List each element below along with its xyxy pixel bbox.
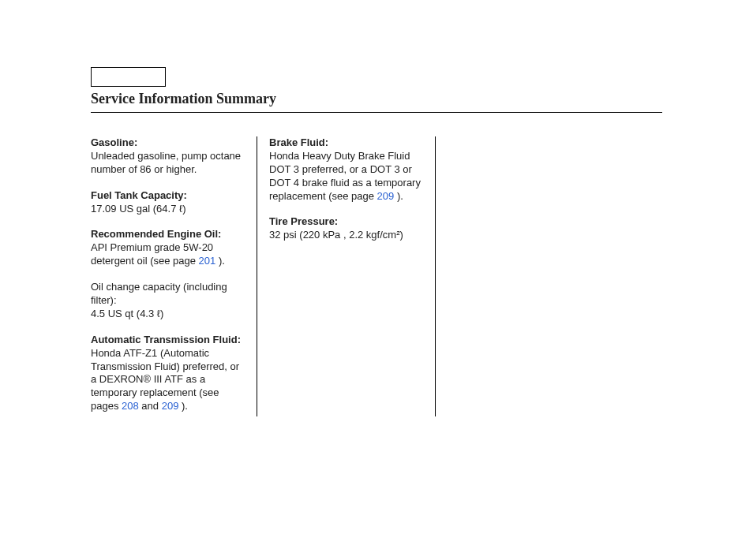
- oil-change-value: 4.5 US qt (4.3 ℓ): [91, 308, 163, 319]
- column-separator-2: [435, 136, 436, 416]
- fuel-tank-section: Fuel Tank Capacity: 17.09 US gal (64.7 ℓ…: [91, 189, 245, 216]
- tire-pressure-text: 32 psi (220 kPa , 2.2 kgf/cm²): [269, 229, 403, 241]
- content-columns: Gasoline: Unleaded gasoline, pump octane…: [91, 136, 662, 426]
- oil-change-section: Oil change capacity (including filter): …: [91, 281, 245, 321]
- atf-label: Automatic Transmission Fluid:: [91, 334, 241, 345]
- tire-pressure-label: Tire Pressure:: [269, 215, 338, 227]
- column-separator-1: [257, 136, 257, 416]
- fuel-tank-label: Fuel Tank Capacity:: [91, 189, 187, 201]
- engine-oil-text-before: API Premium grade 5W-20 detergent oil (s…: [91, 241, 213, 267]
- brake-fluid-section: Brake Fluid: Honda Heavy Duty Brake Flui…: [269, 136, 423, 203]
- brake-fluid-label: Brake Fluid:: [269, 136, 328, 148]
- page-link-209a[interactable]: 209: [162, 400, 179, 412]
- atf-mid: and: [139, 400, 162, 412]
- engine-oil-section: Recommended Engine Oil: API Premium grad…: [91, 228, 245, 268]
- page-link-209b[interactable]: 209: [377, 190, 395, 202]
- tire-pressure-section: Tire Pressure: 32 psi (220 kPa , 2.2 kgf…: [269, 215, 423, 242]
- engine-oil-text-after: ).: [215, 255, 225, 267]
- engine-oil-label: Recommended Engine Oil:: [91, 228, 221, 240]
- fuel-tank-text: 17.09 US gal (64.7 ℓ): [91, 203, 186, 215]
- gasoline-text: Unleaded gasoline, pump octane number of…: [91, 150, 241, 175]
- oil-change-text: Oil change capacity (including filter):: [91, 281, 227, 306]
- page-title: Service Information Summary: [91, 91, 662, 113]
- page-link-208[interactable]: 208: [122, 400, 139, 412]
- atf-section: Automatic Transmission Fluid: Honda ATF-…: [91, 334, 245, 413]
- column-2: Brake Fluid: Honda Heavy Duty Brake Flui…: [269, 136, 435, 426]
- page-link-201[interactable]: 201: [199, 255, 216, 267]
- brake-fluid-text-after: ).: [394, 190, 403, 202]
- logo-placeholder: [91, 67, 166, 87]
- atf-text-after: ).: [178, 400, 188, 412]
- gasoline-section: Gasoline: Unleaded gasoline, pump octane…: [91, 136, 245, 177]
- column-1: Gasoline: Unleaded gasoline, pump octane…: [91, 136, 257, 426]
- gasoline-label: Gasoline:: [91, 136, 137, 148]
